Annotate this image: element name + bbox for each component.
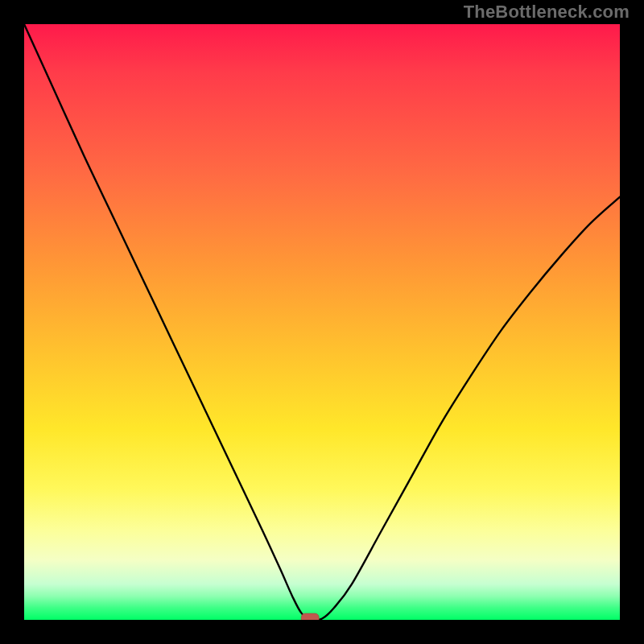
chart-frame: TheBottleneck.com: [0, 0, 644, 644]
watermark-text: TheBottleneck.com: [464, 2, 630, 23]
minimum-indicator: [301, 613, 319, 620]
bottleneck-curve: [24, 24, 620, 620]
plot-area: [24, 24, 620, 620]
plot-svg: [24, 24, 620, 620]
